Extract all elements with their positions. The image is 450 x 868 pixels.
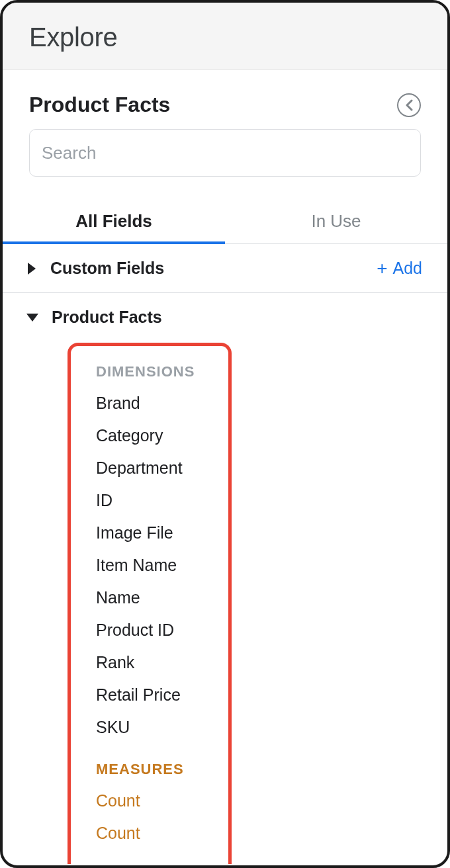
custom-fields-left: Custom Fields [28,259,164,278]
header: Explore [3,3,447,70]
section-label: Product Facts [52,308,162,327]
field-item[interactable]: SKU [71,711,228,744]
tabs: All Fields In Use [3,200,447,244]
field-item[interactable]: Rank [71,646,228,679]
tab-in-use[interactable]: In Use [225,200,447,243]
custom-fields-label: Custom Fields [50,259,164,278]
chevron-left-icon [404,99,414,111]
collapse-button[interactable] [397,93,421,117]
field-item[interactable]: Retail Price [71,679,228,711]
plus-icon: + [377,259,387,278]
field-item[interactable]: Name [71,582,228,614]
section-row: Product Facts [3,293,447,336]
search-container [3,117,447,177]
triangle-down-icon[interactable] [26,314,38,322]
add-label: Add [393,259,422,278]
explore-title: Product Facts [29,93,170,117]
field-item[interactable]: Count [71,785,228,817]
highlight-box: DIMENSIONS Brand Category Department ID … [68,343,232,864]
field-item[interactable]: Department [71,452,228,484]
field-item[interactable]: Count [71,817,228,849]
field-item[interactable]: ID [71,484,228,517]
field-item[interactable]: Product ID [71,614,228,646]
field-item[interactable]: Brand [71,387,228,419]
dimensions-header: DIMENSIONS [71,358,228,387]
page-title: Explore [29,22,421,52]
field-item[interactable]: Category [71,419,228,452]
subheader: Product Facts [3,70,447,117]
search-input[interactable] [29,129,421,177]
window-frame: Explore Product Facts All Fields In Use … [0,0,450,868]
add-button[interactable]: + Add [377,259,422,278]
field-item[interactable]: Image File [71,517,228,549]
triangle-right-icon[interactable] [28,263,36,275]
tab-all-fields[interactable]: All Fields [3,200,225,243]
field-item[interactable]: Item Name [71,549,228,582]
custom-fields-row: Custom Fields + Add [3,244,447,293]
measures-header: MEASURES [71,756,228,785]
